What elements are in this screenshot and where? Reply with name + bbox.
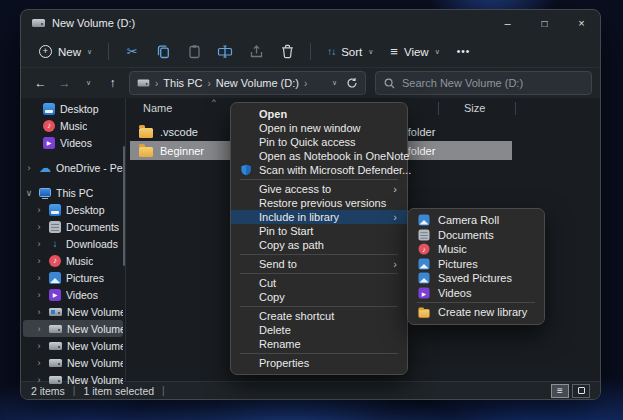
menu-item-open[interactable]: Open [231, 107, 407, 121]
sidebar-item-new-volume-e[interactable]: › New Volume (E:) [23, 337, 123, 354]
chevron-down-icon: ∨ [368, 48, 373, 56]
sidebar-item-new-volume-g[interactable]: › New Volume (G:) [23, 371, 123, 388]
column-divider[interactable] [438, 102, 439, 115]
menu-item-pin-to-start[interactable]: Pin to Start [231, 224, 407, 238]
context-menu: Open Open in new window Pin to Quick acc… [230, 102, 408, 375]
menu-item-pin-to-quick-access[interactable]: Pin to Quick access [231, 135, 407, 149]
delete-button[interactable] [272, 39, 302, 65]
back-icon: ← [35, 76, 47, 90]
submenu-item-saved-pictures[interactable]: Saved Pictures [408, 271, 544, 286]
view-button[interactable]: ≡ View ∨ [382, 40, 447, 63]
cut-button[interactable]: ✂ [117, 39, 147, 65]
expand-chevron-icon[interactable]: › [35, 256, 43, 266]
submenu-item-videos[interactable]: ▶ Videos [408, 286, 544, 301]
recent-locations-button[interactable]: ∨ [77, 72, 100, 95]
expand-chevron-icon[interactable]: › [35, 290, 43, 300]
sidebar-item-new-volume-f[interactable]: › New Volume (F:) [23, 354, 123, 371]
navigation-pane: Desktop ♪ Music ▶ Videos › ☁ OneDrive - … [21, 98, 125, 381]
paste-button[interactable] [179, 39, 209, 65]
expand-chevron-icon[interactable]: › [35, 273, 43, 283]
sidebar-item-new-volume-c[interactable]: › New Volume (C:) [23, 303, 123, 320]
menu-item-include-in-library[interactable]: Include in library › [231, 210, 407, 224]
expand-chevron-icon[interactable]: › [35, 205, 43, 215]
drive-icon [49, 376, 62, 384]
onedrive-cloud-icon: ☁ [39, 162, 51, 174]
maximize-button[interactable]: □ [526, 10, 563, 36]
menu-item-give-access-to[interactable]: Give access to › [231, 182, 407, 196]
menu-item-create-shortcut[interactable]: Create shortcut [231, 309, 407, 323]
menu-item-send-to[interactable]: Send to › [231, 257, 407, 271]
refresh-icon[interactable] [346, 77, 358, 89]
menu-item-scan-with-defender[interactable]: Scan with Microsoft Defender... [231, 163, 407, 177]
size-column-header[interactable]: Size [464, 102, 485, 114]
submenu-item-music[interactable]: ♪ Music [408, 242, 544, 257]
menu-item-restore-previous-versions[interactable]: Restore previous versions [231, 196, 407, 210]
sidebar-item-label: New Volume (F:) [67, 357, 123, 369]
large-icons-view-button[interactable] [572, 384, 590, 398]
new-button[interactable]: + New ∨ [31, 41, 100, 62]
sidebar-item-label: OneDrive - Person [56, 162, 123, 174]
menu-item-cut[interactable]: Cut [231, 276, 407, 290]
submenu-item-create-new-library[interactable]: Create new library [408, 305, 544, 320]
sidebar-item-downloads[interactable]: › ↓ Downloads [23, 235, 123, 252]
menu-item-delete[interactable]: Delete [231, 323, 407, 337]
sidebar-item-label: Videos [66, 289, 98, 301]
menu-item-copy[interactable]: Copy [231, 290, 407, 304]
submenu-item-pictures[interactable]: Pictures [408, 257, 544, 272]
sidebar-item-documents[interactable]: › Documents [23, 218, 123, 235]
menu-item-rename[interactable]: Rename [231, 337, 407, 351]
sidebar-item-music-pinned[interactable]: ♪ Music [23, 117, 123, 134]
expand-chevron-icon[interactable]: › [35, 324, 43, 334]
submenu-item-camera-roll[interactable]: Camera Roll [408, 213, 544, 228]
sidebar-item-music[interactable]: › ♪ Music [23, 252, 123, 269]
column-divider[interactable] [515, 102, 516, 115]
sidebar-item-onedrive[interactable]: › ☁ OneDrive - Person [23, 159, 123, 176]
menu-item-open-in-new-window[interactable]: Open in new window [231, 121, 407, 135]
copy-button[interactable] [148, 39, 178, 65]
forward-button[interactable]: → [53, 72, 76, 95]
breadcrumb-this-pc[interactable]: This PC [163, 77, 202, 89]
breadcrumb-location[interactable]: New Volume (D:) [216, 77, 299, 89]
address-dropdown-icon[interactable]: ∨ [332, 79, 337, 87]
share-button[interactable] [241, 39, 271, 65]
menu-item-properties[interactable]: Properties [231, 356, 407, 370]
details-view-button[interactable]: ≡ [551, 384, 569, 398]
sidebar-item-label: Music [60, 120, 87, 132]
expand-chevron-icon[interactable]: › [35, 307, 43, 317]
menu-item-copy-as-path[interactable]: Copy as path [231, 238, 407, 252]
cut-icon: ✂ [127, 45, 138, 58]
breadcrumb[interactable]: › This PC › New Volume (D:) › ∨ [129, 71, 366, 95]
see-more-button[interactable]: ••• [449, 42, 479, 61]
sidebar-item-this-pc[interactable]: ∨ This PC [23, 184, 123, 201]
drive-icon [32, 19, 45, 27]
up-button[interactable]: ↑ [101, 72, 124, 95]
close-button[interactable]: × [563, 10, 600, 36]
search-input[interactable] [402, 77, 583, 89]
expand-chevron-icon[interactable]: › [35, 222, 43, 232]
sidebar-item-desktop-pinned[interactable]: Desktop [23, 100, 123, 117]
sort-button[interactable]: ↑↓ Sort ∨ [319, 42, 381, 62]
sidebar-item-new-volume-d[interactable]: › New Volume (D:) [23, 320, 123, 337]
submenu-item-documents[interactable]: Documents [408, 228, 544, 243]
expand-chevron-icon[interactable]: › [35, 239, 43, 249]
sidebar-item-label: Downloads [66, 238, 118, 250]
rename-button[interactable] [210, 39, 240, 65]
sidebar-item-label: Videos [60, 137, 92, 149]
rename-icon [217, 44, 233, 59]
expand-chevron-icon[interactable]: › [35, 341, 43, 351]
expand-chevron-icon[interactable]: › [35, 358, 43, 368]
expand-chevron-icon[interactable]: › [25, 163, 33, 173]
sidebar-item-videos-pinned[interactable]: ▶ Videos [23, 134, 123, 151]
collapse-chevron-icon[interactable]: ∨ [25, 188, 33, 198]
sidebar-item-desktop[interactable]: › Desktop [23, 201, 123, 218]
sidebar-item-pictures[interactable]: › Pictures [23, 269, 123, 286]
expand-chevron-icon[interactable]: › [35, 375, 43, 385]
minimize-button[interactable]: – [489, 10, 526, 36]
name-column-header[interactable]: Name [126, 102, 172, 114]
menu-item-open-as-notebook[interactable]: Open as Notebook in OneNote [231, 149, 407, 163]
sidebar-item-label: New Volume (C:) [67, 306, 123, 318]
search-box[interactable] [375, 71, 592, 95]
sidebar-item-videos[interactable]: › ▶ Videos [23, 286, 123, 303]
back-button[interactable]: ← [29, 72, 52, 95]
titlebar[interactable]: New Volume (D:) – □ × [21, 10, 600, 36]
